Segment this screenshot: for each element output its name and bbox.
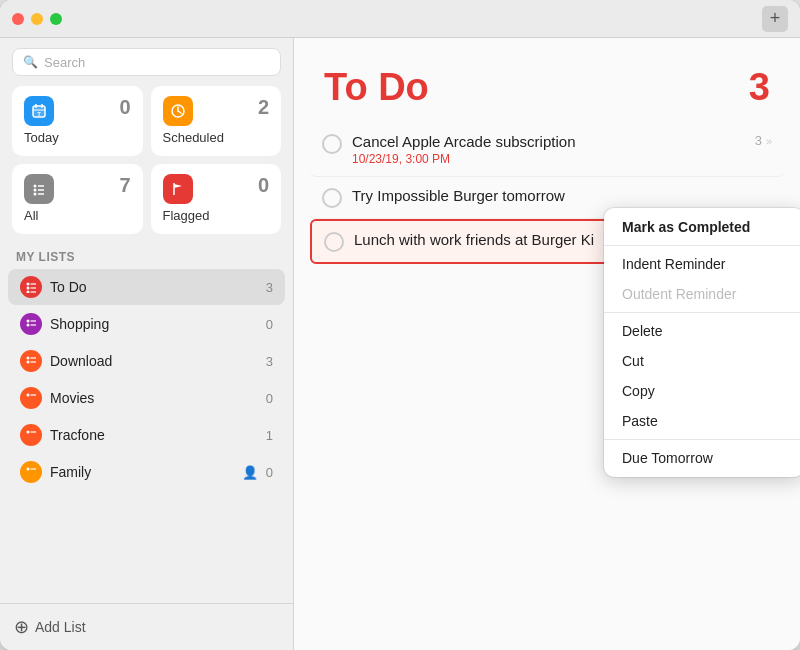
sidebar-item-movies[interactable]: Movies 0 (8, 380, 285, 416)
smart-lists: T Today 0 Scheduled (0, 86, 293, 244)
sidebar: 🔍 Search T (0, 38, 294, 650)
svg-point-26 (27, 357, 30, 360)
ctx-due-tomorrow[interactable]: Due Tomorrow (604, 443, 800, 473)
page-title: To Do (324, 66, 429, 109)
ctx-separator-1 (604, 245, 800, 246)
shopping-list-name: Shopping (50, 316, 258, 332)
add-list-label: Add List (35, 619, 86, 635)
close-button[interactable] (12, 13, 24, 25)
svg-line-8 (178, 111, 181, 113)
reminder-content-2: Try Impossible Burger tomorrow (352, 187, 772, 204)
flagged-label: Flagged (163, 208, 270, 223)
reminder-check-1[interactable] (322, 134, 342, 154)
family-list-count: 0 (266, 465, 273, 480)
sidebar-item-todo[interactable]: To Do 3 (8, 269, 285, 305)
movies-list-icon (20, 387, 42, 409)
today-icon: T (24, 96, 54, 126)
reminder-check-2[interactable] (322, 188, 342, 208)
svg-point-32 (27, 431, 30, 434)
titlebar-right: + (762, 6, 788, 32)
family-shared-icon: 👤 (242, 465, 258, 480)
titlebar: + (0, 0, 800, 38)
traffic-lights (12, 13, 62, 25)
ctx-mark-completed[interactable]: Mark as Completed (604, 212, 800, 242)
all-count: 7 (119, 174, 130, 197)
maximize-button[interactable] (50, 13, 62, 25)
ctx-copy[interactable]: Copy (604, 376, 800, 406)
sidebar-item-download[interactable]: Download 3 (8, 343, 285, 379)
todo-list-icon (20, 276, 42, 298)
ctx-paste[interactable]: Paste (604, 406, 800, 436)
svg-point-30 (27, 394, 30, 397)
minimize-button[interactable] (31, 13, 43, 25)
scheduled-count: 2 (258, 96, 269, 119)
add-list-icon: ⊕ (14, 618, 29, 636)
main-header: To Do 3 (294, 38, 800, 123)
tracfone-list-name: Tracfone (50, 427, 258, 443)
ctx-cut[interactable]: Cut (604, 346, 800, 376)
svg-point-13 (34, 193, 37, 196)
shopping-list-count: 0 (266, 317, 273, 332)
svg-point-28 (27, 361, 30, 364)
ctx-outdent: Outdent Reminder (604, 279, 800, 309)
search-container: 🔍 Search (0, 38, 293, 86)
content-area: 🔍 Search T (0, 38, 800, 650)
ctx-indent[interactable]: Indent Reminder (604, 249, 800, 279)
svg-point-34 (27, 468, 30, 471)
reminder-date-1: 10/23/19, 3:00 PM (352, 152, 745, 166)
movies-list-name: Movies (50, 390, 258, 406)
sidebar-item-family[interactable]: Family 👤 0 (8, 454, 285, 490)
main-count: 3 (749, 66, 770, 109)
today-label: Today (24, 130, 131, 145)
download-list-icon (20, 350, 42, 372)
add-list-button[interactable]: ⊕ Add List (14, 614, 86, 640)
scheduled-label: Scheduled (163, 130, 270, 145)
reminder-item-1: Cancel Apple Arcade subscription 10/23/1… (310, 123, 784, 177)
all-icon (24, 174, 54, 204)
flagged-icon (163, 174, 193, 204)
reminder-badge-1: 3 » (755, 133, 772, 148)
svg-point-22 (27, 320, 30, 323)
ctx-separator-3 (604, 439, 800, 440)
smart-list-all[interactable]: All 7 (12, 164, 143, 234)
tracfone-list-icon (20, 424, 42, 446)
smart-list-flagged[interactable]: Flagged 0 (151, 164, 282, 234)
tracfone-list-count: 1 (266, 428, 273, 443)
scheduled-icon (163, 96, 193, 126)
svg-point-18 (27, 287, 30, 290)
main-panel: To Do 3 Cancel Apple Arcade subscription… (294, 38, 800, 650)
svg-point-16 (27, 283, 30, 286)
all-label: All (24, 208, 131, 223)
search-icon: 🔍 (23, 55, 38, 69)
app-window: + 🔍 Search (0, 0, 800, 650)
todo-list-count: 3 (266, 280, 273, 295)
svg-point-9 (34, 185, 37, 188)
reminder-title-1: Cancel Apple Arcade subscription (352, 133, 745, 150)
todo-list-name: To Do (50, 279, 258, 295)
search-field[interactable]: 🔍 Search (12, 48, 281, 76)
svg-point-11 (34, 189, 37, 192)
list-items-container: To Do 3 Shopping 0 (0, 268, 293, 603)
family-list-icon (20, 461, 42, 483)
movies-list-count: 0 (266, 391, 273, 406)
svg-point-24 (27, 324, 30, 327)
flagged-count: 0 (258, 174, 269, 197)
reminder-content-1: Cancel Apple Arcade subscription 10/23/1… (352, 133, 745, 166)
my-lists-heading: My Lists (0, 244, 293, 268)
svg-point-20 (27, 291, 30, 294)
sidebar-item-shopping[interactable]: Shopping 0 (8, 306, 285, 342)
sidebar-footer: ⊕ Add List (0, 603, 293, 650)
context-menu: Mark as Completed Indent Reminder Outden… (604, 208, 800, 477)
reminder-check-3[interactable] (324, 232, 344, 252)
download-list-name: Download (50, 353, 258, 369)
svg-text:T: T (37, 111, 41, 117)
add-reminder-button[interactable]: + (762, 6, 788, 32)
sidebar-item-tracfone[interactable]: Tracfone 1 (8, 417, 285, 453)
reminder-title-2: Try Impossible Burger tomorrow (352, 187, 772, 204)
ctx-separator-2 (604, 312, 800, 313)
family-list-name: Family (50, 464, 234, 480)
smart-list-today[interactable]: T Today 0 (12, 86, 143, 156)
search-placeholder: Search (44, 55, 85, 70)
ctx-delete[interactable]: Delete (604, 316, 800, 346)
smart-list-scheduled[interactable]: Scheduled 2 (151, 86, 282, 156)
